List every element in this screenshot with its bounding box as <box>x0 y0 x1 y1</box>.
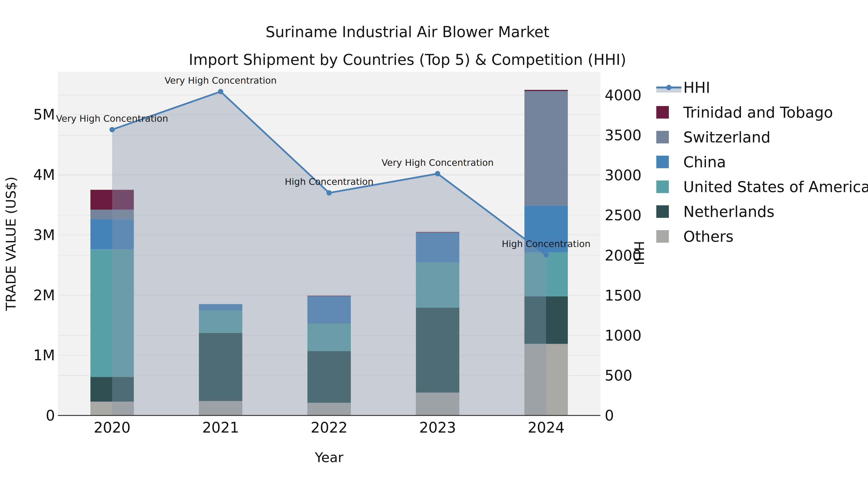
legend-label: Trinidad and Tobago <box>683 104 833 121</box>
legend-item-switzerland: Switzerland <box>656 130 868 144</box>
legend-swatch <box>656 106 669 119</box>
legend-item-others: Others <box>656 229 868 244</box>
annotation-2021: Very High Concentration <box>165 75 277 86</box>
bar-segment-2024-switzerland <box>524 91 568 205</box>
right-tick-1000: 1000 <box>605 327 642 344</box>
figure: Suriname Industrial Air Blower Market Im… <box>0 0 868 488</box>
legend-label: Netherlands <box>683 203 774 221</box>
left-tick-1M: 1M <box>4 347 55 364</box>
right-tick-4000: 4000 <box>605 87 642 104</box>
x-tick-2023: 2023 <box>419 419 456 436</box>
legend-label: Switzerland <box>683 128 771 146</box>
right-tick-3000: 3000 <box>605 167 642 184</box>
legend-item-netherlands: Netherlands <box>656 204 868 219</box>
annotation-2020: Very High Concentration <box>56 113 168 124</box>
right-axis-title: HHI <box>631 241 647 265</box>
legend-item-united-states-of-america: United States of America <box>656 179 868 194</box>
hhi-marker-2024 <box>544 252 549 258</box>
left-tick-5M: 5M <box>4 106 55 123</box>
legend-label: China <box>683 153 726 171</box>
x-axis-title: Year <box>315 450 344 465</box>
hhi-marker-2022 <box>327 190 332 195</box>
hhi-marker-2021 <box>218 89 223 94</box>
right-tick-500: 500 <box>605 367 632 384</box>
legend-label: HHI <box>683 79 710 96</box>
legend-swatch <box>656 156 669 168</box>
legend-label: Others <box>683 228 734 245</box>
right-tick-3500: 3500 <box>605 127 642 143</box>
legend-swatch <box>656 131 669 143</box>
legend-item-hhi: HHI <box>656 80 868 95</box>
left-axis-title: TRADE VALUE (US$) <box>3 177 19 311</box>
legend: HHI Trinidad and Tobago Switzerland Chin… <box>656 80 868 254</box>
hhi-marker-2020 <box>110 127 115 132</box>
x-tick-2024: 2024 <box>528 419 565 436</box>
legend-label: United States of America <box>683 178 868 196</box>
left-tick-0: 0 <box>4 407 55 424</box>
hhi-marker-2023 <box>435 171 440 176</box>
x-tick-2022: 2022 <box>311 419 348 436</box>
x-tick-2021: 2021 <box>202 419 239 436</box>
legend-swatch <box>656 205 669 218</box>
annotation-2022: High Concentration <box>285 176 373 187</box>
bar-segment-2024-trinidad-and-tobago <box>524 90 568 91</box>
legend-swatch <box>656 181 669 193</box>
annotation-2023: Very High Concentration <box>382 157 494 168</box>
hhi-line-swatch <box>656 81 681 94</box>
legend-item-china: China <box>656 155 868 169</box>
right-tick-0: 0 <box>605 407 614 424</box>
legend-swatch <box>656 230 669 243</box>
right-tick-2500: 2500 <box>605 207 642 224</box>
annotation-2024: High Concentration <box>502 238 590 249</box>
right-tick-1500: 1500 <box>605 287 642 304</box>
x-tick-2020: 2020 <box>94 419 131 436</box>
legend-item-trinidad-and-tobago: Trinidad and Tobago <box>656 105 868 120</box>
